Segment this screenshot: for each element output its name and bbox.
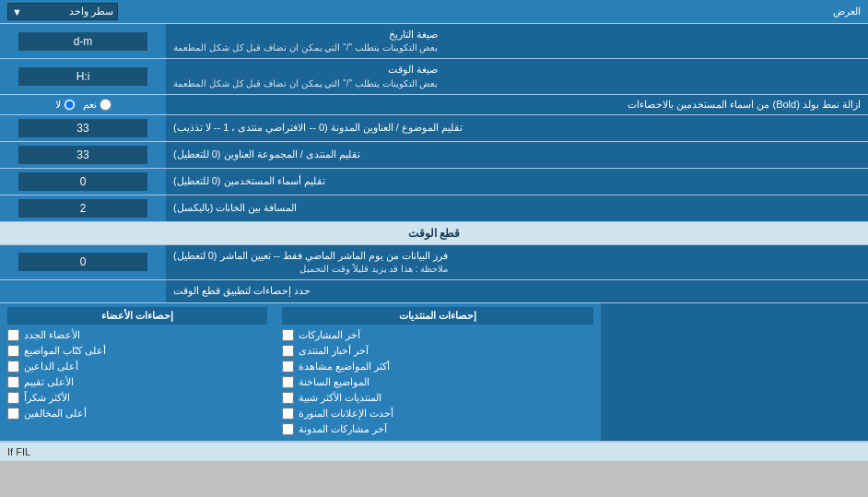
stats-member-cb-5[interactable]	[7, 392, 19, 404]
display-dropdown[interactable]: سطر واحد ▼	[7, 3, 118, 20]
stats-member-cb-3[interactable]	[7, 361, 19, 373]
forum-group-label: تقليم المنتدى / المجموعة العناوين (0 للت…	[166, 142, 868, 168]
time-format-label: صيغة الوقت بعض التكوينات يتطلب "/" التي …	[166, 59, 868, 93]
stats-forum-item-1: آخر المشاركات	[282, 327, 593, 343]
stats-member-item-6: أعلى المخالفين	[7, 406, 267, 421]
usernames-row: تقليم أسماء المستخدمين (0 للتعطيل)	[0, 169, 868, 195]
stats-member-item-5: الأكثر شكراً	[7, 390, 267, 406]
stats-forum-cb-7[interactable]	[282, 423, 294, 435]
stats-forum-cb-2[interactable]	[282, 345, 294, 357]
stats-limit-input-area	[0, 280, 166, 302]
spacing-input-wrapper	[0, 195, 166, 221]
cutoff-input-wrapper	[0, 245, 166, 279]
stats-member-item-3: أعلى الداعين	[7, 359, 267, 374]
display-label: العرض	[118, 6, 861, 18]
display-dropdown-value: سطر واحد	[69, 6, 113, 18]
stats-member-item-4: الأعلى تقييم	[7, 374, 267, 390]
stats-columns: إحصاءات المنتديات آخر المشاركات آخر أخبا…	[0, 303, 868, 442]
date-format-input-wrapper	[0, 24, 166, 58]
date-format-label: صيغة التاريخ بعض التكوينات يتطلب "/" الت…	[166, 24, 868, 58]
time-format-row: صيغة الوقت بعض التكوينات يتطلب "/" التي …	[0, 59, 868, 94]
spacing-row: المسافة بين الخانات (بالبكسل)	[0, 195, 868, 222]
time-format-input[interactable]	[18, 67, 147, 86]
date-format-row: صيغة التاريخ بعض التكوينات يتطلب "/" الت…	[0, 24, 868, 59]
date-format-input[interactable]	[18, 32, 147, 51]
topics-label: تقليم الموضوع / العناوين المدونة (0 -- ا…	[166, 115, 868, 141]
bold-label: ازالة نمط بولد (Bold) من اسماء المستخدمي…	[166, 95, 868, 114]
stats-forum-item-3: أكثر المواضيع مشاهدة	[282, 359, 593, 374]
stats-member-cb-2[interactable]	[7, 345, 19, 357]
stats-col1-header: إحصاءات الأعضاء	[7, 307, 267, 325]
stats-forum-cb-6[interactable]	[282, 408, 294, 420]
stats-col-forums: إحصاءات المنتديات آخر المشاركات آخر أخبا…	[275, 303, 601, 441]
stats-forum-item-6: أحدث الإعلانات المنورة	[282, 406, 593, 421]
bold-radio-yes-label[interactable]: نعم	[83, 99, 111, 111]
bold-radio-no[interactable]	[64, 99, 76, 111]
time-format-input-wrapper	[0, 59, 166, 93]
forum-group-row: تقليم المنتدى / المجموعة العناوين (0 للت…	[0, 142, 868, 169]
stats-member-item-1: الأعضاء الجدد	[7, 327, 267, 343]
display-header-row: العرض سطر واحد ▼	[0, 0, 868, 24]
stats-forum-item-2: آخر أخبار المنتدى	[282, 343, 593, 359]
stats-limit-label: حدد إحصاءات لتطبيق قطع الوقت	[166, 280, 868, 302]
stats-empty-col	[601, 303, 868, 441]
usernames-label: تقليم أسماء المستخدمين (0 للتعطيل)	[166, 169, 868, 195]
usernames-input-wrapper	[0, 169, 166, 195]
stats-forum-cb-4[interactable]	[282, 376, 294, 388]
stats-member-cb-1[interactable]	[7, 329, 19, 341]
topics-row: تقليم الموضوع / العناوين المدونة (0 -- ا…	[0, 115, 868, 142]
forum-group-input[interactable]	[18, 146, 147, 164]
bold-radio-yes[interactable]	[100, 99, 111, 111]
bold-radio-no-label[interactable]: لا	[55, 99, 76, 111]
stats-col-members: إحصاءات الأعضاء الأعضاء الجدد أعلى كتّاب…	[0, 303, 275, 441]
spacing-label: المسافة بين الخانات (بالبكسل)	[166, 195, 868, 221]
stats-member-cb-6[interactable]	[7, 408, 19, 420]
spacing-input[interactable]	[18, 199, 147, 218]
stats-forum-cb-3[interactable]	[282, 361, 294, 373]
dropdown-arrow-icon: ▼	[12, 6, 22, 18]
bottom-bar: If FIL	[0, 442, 868, 461]
cutoff-row: فرز البيانات من يوم الماشر الماضي فقط --…	[0, 245, 868, 280]
usernames-input[interactable]	[18, 172, 147, 191]
cutoff-label: فرز البيانات من يوم الماشر الماضي فقط --…	[166, 245, 868, 279]
stats-forum-cb-5[interactable]	[282, 392, 294, 404]
topics-input[interactable]	[18, 119, 147, 137]
cutoff-section-header: قطع الوقت	[0, 222, 868, 245]
bold-row: ازالة نمط بولد (Bold) من اسماء المستخدمي…	[0, 95, 868, 115]
bold-radio-part: نعم لا	[0, 95, 166, 114]
stats-limit-row: حدد إحصاءات لتطبيق قطع الوقت	[0, 280, 868, 302]
topics-input-wrapper	[0, 115, 166, 141]
bottom-text: If FIL	[7, 446, 30, 457]
main-container: العرض سطر واحد ▼ صيغة التاريخ بعض التكوي…	[0, 0, 868, 461]
stats-member-item-2: أعلى كتّاب المواضيع	[7, 343, 267, 359]
stats-forum-item-5: المنتديات الأكثر شبية	[282, 390, 593, 406]
stats-forum-item-4: المواضيع الساخنة	[282, 374, 593, 390]
cutoff-input[interactable]	[18, 253, 147, 271]
stats-forum-item-7: آخر مشاركات المدونة	[282, 421, 593, 437]
forum-group-input-wrapper	[0, 142, 166, 168]
stats-member-cb-4[interactable]	[7, 376, 19, 388]
stats-col2-header: إحصاءات المنتديات	[282, 307, 593, 325]
stats-forum-cb-1[interactable]	[282, 329, 294, 341]
